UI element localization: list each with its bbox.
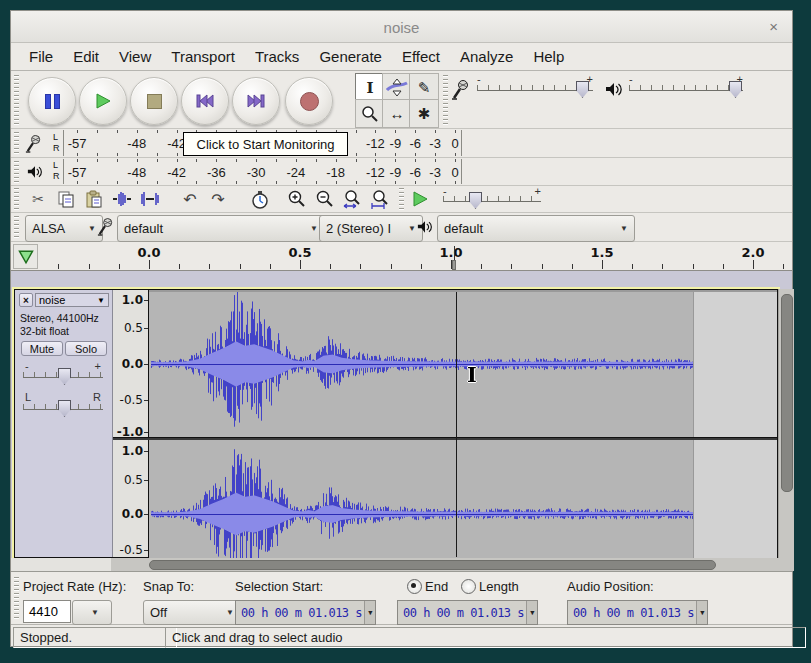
playback-meter[interactable]: L R -57-48-42-36-30-24-18-12-9-6-30 (11, 158, 792, 186)
timeshift-tool[interactable]: ↔ (382, 99, 412, 128)
selection-end-time[interactable]: 00 h 00 m 01.013 s▼ (397, 600, 538, 625)
fit-project-button[interactable] (367, 187, 393, 211)
menu-edit[interactable]: Edit (63, 43, 109, 70)
trim-audio-button[interactable] (109, 187, 135, 211)
skip-to-start-button[interactable] (181, 77, 229, 125)
playback-meter-scale[interactable]: -57-48-42-36-30-24-18-12-9-6-30 (63, 159, 462, 184)
multi-tool[interactable]: ✱ (409, 99, 439, 128)
meter-tick (276, 181, 277, 184)
slider-thumb[interactable] (58, 368, 71, 385)
stop-button[interactable] (130, 77, 178, 125)
menu-file[interactable]: File (19, 43, 63, 70)
zoom-out-button[interactable] (311, 187, 337, 211)
amplitude-label: 0.5 (124, 321, 143, 335)
timeline-tick (602, 260, 603, 269)
draw-tool[interactable]: ✎ (409, 73, 439, 102)
recording-device-select[interactable]: default▼ (117, 215, 325, 242)
recording-channels-select[interactable]: 2 (Stereo) I▼ (319, 215, 423, 242)
timeline-cursor-handle[interactable] (452, 260, 456, 270)
recording-meter[interactable]: L R -57-48-42-36-30-24-18-12-9-6-30 Clic… (11, 129, 792, 158)
zoom-tool[interactable] (355, 99, 385, 128)
vertical-ruler-ch2[interactable]: 1.00.50.0-0.5 (113, 440, 149, 557)
menu-analyze[interactable]: Analyze (450, 43, 523, 70)
toolbar-grip[interactable] (14, 188, 19, 211)
menu-effect[interactable]: Effect (392, 43, 450, 70)
slider-thumb[interactable] (729, 81, 742, 98)
gain-slider[interactable]: - + (23, 366, 103, 384)
playback-speed-slider[interactable]: - + (443, 190, 541, 208)
mouse-ibeam-cursor: I (467, 362, 477, 387)
toolbar-grip[interactable] (14, 132, 19, 155)
amplitude-tick (144, 451, 148, 452)
toolbar-grip[interactable] (14, 577, 19, 621)
meter-tick (137, 159, 138, 162)
vertical-scrollbar[interactable] (778, 289, 794, 558)
cut-button[interactable]: ✂ (25, 187, 51, 211)
timeline-tick (632, 264, 633, 269)
zoom-in-button[interactable] (283, 187, 309, 211)
sync-lock-button[interactable] (247, 187, 273, 211)
timeline-tick (149, 260, 150, 269)
undo-button[interactable]: ↶ (177, 187, 203, 211)
end-radio[interactable] (407, 579, 422, 594)
selection-tool[interactable]: I (355, 73, 385, 102)
toolbar-grip[interactable] (14, 75, 19, 125)
audio-host-select[interactable]: ALSA▼ (25, 215, 103, 242)
length-radio[interactable] (461, 579, 476, 594)
audio-position-time[interactable]: 00 h 00 m 01.013 s▼ (567, 600, 708, 625)
toolbar-grip[interactable] (14, 161, 19, 183)
slider-thumb[interactable] (469, 192, 482, 209)
solo-button[interactable]: Solo (65, 341, 107, 356)
menu-transport[interactable]: Transport (161, 43, 245, 70)
track-close-button[interactable]: × (19, 293, 33, 307)
audacity-window: noise × FileEditViewTransportTracksGener… (10, 10, 793, 647)
timeline-time-label: 2.0 (736, 245, 770, 260)
silence-audio-button[interactable] (137, 187, 163, 211)
horizontal-scrollbar-thumb[interactable] (149, 560, 716, 570)
project-rate-field[interactable]: 4410 (23, 600, 71, 623)
slider-thumb[interactable] (576, 81, 589, 98)
pan-slider[interactable]: L R (23, 398, 103, 416)
waveform-channel-right[interactable] (149, 440, 777, 558)
microphone-icon (97, 217, 113, 237)
skip-to-end-button[interactable] (232, 77, 280, 125)
snap-to-select[interactable]: Off▼ (143, 600, 241, 625)
play-button[interactable] (79, 77, 127, 125)
input-volume-slider[interactable]: - + (477, 79, 593, 97)
redo-button[interactable]: ↷ (205, 187, 231, 211)
meter-scale-label: -18 (322, 165, 350, 180)
project-rate-dropdown-button[interactable]: ▼ (72, 600, 112, 625)
record-button[interactable] (285, 77, 333, 125)
vertical-scrollbar-thumb[interactable] (781, 294, 793, 492)
mute-button[interactable]: Mute (21, 341, 63, 356)
fit-selection-button[interactable] (339, 187, 365, 211)
play-at-speed-button[interactable] (407, 187, 433, 211)
slider-thumb[interactable] (58, 400, 71, 417)
paste-button[interactable] (81, 187, 107, 211)
meter-tick (316, 159, 317, 162)
menu-help[interactable]: Help (523, 43, 574, 70)
playback-device-select[interactable]: default▼ (437, 215, 635, 242)
toolbar-grip[interactable] (443, 75, 448, 125)
selection-start-time[interactable]: 00 h 00 m 01.013 s▼ (235, 600, 376, 625)
timeline-ruler[interactable]: 0.00.51.01.52.0 (11, 242, 792, 271)
envelope-tool[interactable] (382, 73, 412, 102)
meter-tick (97, 153, 98, 156)
meter-channel-R: R (53, 144, 60, 153)
pause-button[interactable] (28, 77, 76, 125)
output-volume-slider[interactable]: - + (629, 79, 743, 97)
toolbar-grip[interactable] (399, 188, 404, 211)
track-name-menu[interactable]: noise ▼ (35, 293, 109, 307)
toolbar-grip[interactable] (14, 216, 19, 239)
waveform-channel-left[interactable] (149, 292, 777, 437)
horizontal-scrollbar[interactable] (111, 558, 794, 571)
end-radio-label: End (425, 579, 448, 594)
window-close-button[interactable]: × (769, 18, 778, 35)
copy-button[interactable] (53, 187, 79, 211)
window-title: noise (11, 19, 792, 36)
title-bar[interactable]: noise × (11, 11, 792, 43)
vertical-ruler-ch1[interactable]: 1.00.50.0-0.5-1.0 (113, 290, 149, 437)
menu-view[interactable]: View (109, 43, 161, 70)
menu-tracks[interactable]: Tracks (245, 43, 309, 70)
menu-generate[interactable]: Generate (309, 43, 392, 70)
